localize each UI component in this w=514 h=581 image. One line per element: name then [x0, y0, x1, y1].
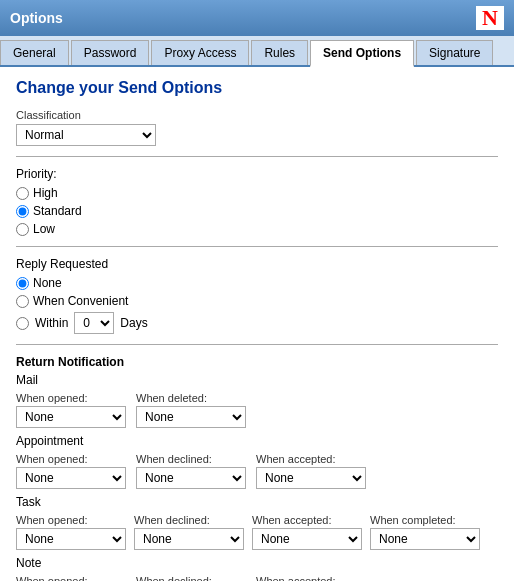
tab-password[interactable]: Password — [71, 40, 150, 65]
task-label: Task — [16, 495, 498, 509]
task-when-completed-label: When completed: — [370, 514, 480, 526]
mail-when-deleted-label: When deleted: — [136, 392, 246, 404]
appointment-row: When opened: None Notify Me When decline… — [16, 453, 498, 489]
appt-when-opened-col: When opened: None Notify Me — [16, 453, 126, 489]
reply-within-radio[interactable] — [16, 317, 29, 330]
task-when-accepted-select[interactable]: None Notify Me — [252, 528, 362, 550]
days-label: Days — [120, 316, 147, 330]
page-title: Change your Send Options — [16, 79, 498, 97]
title-bar: Options N — [0, 0, 514, 36]
divider-1 — [16, 156, 498, 157]
priority-high-label: High — [33, 186, 58, 200]
task-when-declined-col: When declined: None Notify Me — [134, 514, 244, 550]
reply-none-item: None — [16, 276, 498, 290]
note-row: When opened: None Notify Me When decline… — [16, 575, 498, 581]
reply-requested-group: None When Convenient Within 0 1 2 3 7 Da… — [16, 276, 498, 334]
priority-label: Priority: — [16, 167, 498, 181]
priority-standard-radio[interactable] — [16, 205, 29, 218]
task-when-completed-col: When completed: None Notify Me — [370, 514, 480, 550]
mail-label: Mail — [16, 373, 498, 387]
task-when-declined-label: When declined: — [134, 514, 244, 526]
note-when-opened-label: When opened: — [16, 575, 126, 581]
mail-row: When opened: None Notify Me When deleted… — [16, 392, 498, 428]
tab-signature[interactable]: Signature — [416, 40, 493, 65]
task-when-accepted-col: When accepted: None Notify Me — [252, 514, 362, 550]
appt-when-accepted-select[interactable]: None Notify Me — [256, 467, 366, 489]
reply-none-label: None — [33, 276, 62, 290]
reply-within-days-select[interactable]: 0 1 2 3 7 — [74, 312, 114, 334]
appt-when-opened-label: When opened: — [16, 453, 126, 465]
tab-bar: General Password Proxy Access Rules Send… — [0, 36, 514, 67]
classification-label: Classification — [16, 109, 498, 121]
appt-when-declined-col: When declined: None Notify Me — [136, 453, 246, 489]
tab-proxy-access[interactable]: Proxy Access — [151, 40, 249, 65]
appt-when-declined-select[interactable]: None Notify Me — [136, 467, 246, 489]
task-when-opened-select[interactable]: None Notify Me — [16, 528, 126, 550]
mail-when-opened-label: When opened: — [16, 392, 126, 404]
priority-low-item: Low — [16, 222, 498, 236]
tab-rules[interactable]: Rules — [251, 40, 308, 65]
appt-when-accepted-col: When accepted: None Notify Me — [256, 453, 366, 489]
priority-high-radio[interactable] — [16, 187, 29, 200]
mail-when-deleted-select[interactable]: None Notify Me — [136, 406, 246, 428]
reply-within-label: Within — [35, 316, 68, 330]
window-title: Options — [10, 10, 63, 26]
priority-low-label: Low — [33, 222, 55, 236]
appt-when-accepted-label: When accepted: — [256, 453, 366, 465]
reply-convenient-radio[interactable] — [16, 295, 29, 308]
reply-convenient-item: When Convenient — [16, 294, 498, 308]
note-when-accepted-label: When accepted: — [256, 575, 366, 581]
appointment-label: Appointment — [16, 434, 498, 448]
divider-3 — [16, 344, 498, 345]
reply-none-radio[interactable] — [16, 277, 29, 290]
mail-when-opened-col: When opened: None Notify Me — [16, 392, 126, 428]
mail-when-opened-select[interactable]: None Notify Me — [16, 406, 126, 428]
appt-when-declined-label: When declined: — [136, 453, 246, 465]
tab-send-options[interactable]: Send Options — [310, 40, 414, 67]
mail-when-deleted-col: When deleted: None Notify Me — [136, 392, 246, 428]
note-when-opened-col: When opened: None Notify Me — [16, 575, 126, 581]
task-when-declined-select[interactable]: None Notify Me — [134, 528, 244, 550]
main-content: Change your Send Options Classification … — [0, 67, 514, 581]
reply-requested-label: Reply Requested — [16, 257, 498, 271]
return-notification-title: Return Notification — [16, 355, 498, 369]
app-logo: N — [476, 6, 504, 30]
priority-low-radio[interactable] — [16, 223, 29, 236]
reply-convenient-label: When Convenient — [33, 294, 128, 308]
priority-standard-label: Standard — [33, 204, 82, 218]
task-when-completed-select[interactable]: None Notify Me — [370, 528, 480, 550]
divider-2 — [16, 246, 498, 247]
task-when-opened-label: When opened: — [16, 514, 126, 526]
note-when-declined-col: When declined: None Notify Me — [136, 575, 246, 581]
priority-group: High Standard Low — [16, 186, 498, 236]
priority-standard-item: Standard — [16, 204, 498, 218]
task-when-accepted-label: When accepted: — [252, 514, 362, 526]
appt-when-opened-select[interactable]: None Notify Me — [16, 467, 126, 489]
priority-high-item: High — [16, 186, 498, 200]
note-when-declined-label: When declined: — [136, 575, 246, 581]
reply-within-item: Within 0 1 2 3 7 Days — [16, 312, 498, 334]
classification-select[interactable]: Normal Confidential Secret — [16, 124, 156, 146]
task-when-opened-col: When opened: None Notify Me — [16, 514, 126, 550]
note-when-accepted-col: When accepted: None Notify Me — [256, 575, 366, 581]
task-row: When opened: None Notify Me When decline… — [16, 514, 498, 550]
note-label: Note — [16, 556, 498, 570]
tab-general[interactable]: General — [0, 40, 69, 65]
